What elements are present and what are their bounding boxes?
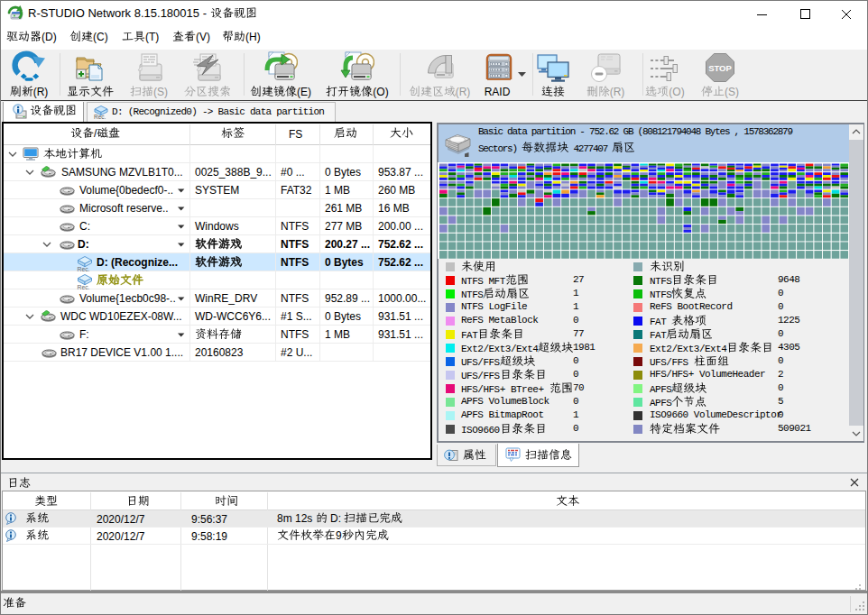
svg-text:Rec.: Rec. [94,114,106,120]
svg-text:Rec.: Rec. [78,266,90,272]
svg-text:STOP: STOP [708,63,732,73]
svg-text:Rec.: Rec. [78,284,90,290]
